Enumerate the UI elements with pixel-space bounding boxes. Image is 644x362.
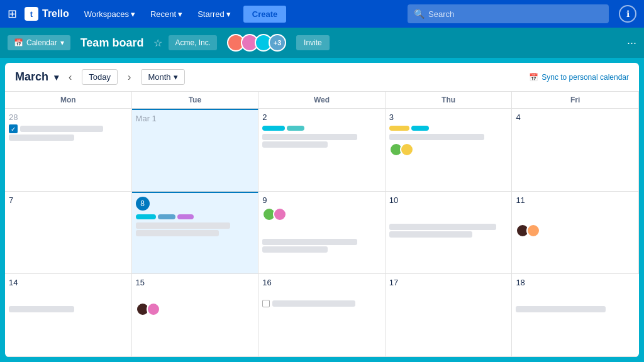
day-header-tue: Tue	[132, 92, 259, 109]
info-icon[interactable]: ℹ	[619, 5, 636, 23]
day-cell-14[interactable]: 14	[5, 274, 132, 357]
recent-menu[interactable]: Recent ▾	[145, 7, 187, 21]
card-stub	[136, 230, 219, 236]
avatar-row	[516, 224, 635, 238]
pill	[262, 126, 285, 131]
avatar-mini	[526, 224, 540, 238]
extra-members-count[interactable]: +3	[269, 34, 286, 52]
pill	[389, 126, 409, 131]
card-stub	[262, 134, 357, 140]
day-cell-16[interactable]: 16	[258, 274, 386, 357]
top-navigation: ⊞ t Trello Workspaces ▾ Recent ▾ Starred…	[0, 0, 644, 28]
day-cell-mar1[interactable]: Mar 1	[132, 109, 259, 192]
day-cell-3[interactable]: 3	[386, 109, 513, 192]
calendar-view-button[interactable]: 📅 Calendar ▾	[8, 35, 70, 50]
month-view-button[interactable]: Month ▾	[141, 69, 184, 85]
day-cell-8[interactable]: 8	[132, 192, 259, 275]
day-header-wed: Wed	[258, 92, 386, 109]
avatar-row	[136, 302, 255, 316]
day-number: 17	[389, 278, 508, 287]
next-month-button[interactable]: ›	[124, 70, 135, 84]
card-stub	[262, 246, 328, 253]
day-number: Mar 1	[136, 114, 255, 123]
card-stub	[272, 300, 355, 307]
grid-icon[interactable]: ⊞	[8, 7, 17, 21]
board-header: 📅 Calendar ▾ Team board ☆ Acme, Inc. +3 …	[0, 28, 644, 58]
day-cell-10[interactable]: 10	[386, 192, 513, 275]
pill	[136, 214, 156, 219]
today-button[interactable]: Today	[82, 69, 118, 85]
pill	[287, 126, 304, 131]
day-number: 15	[136, 278, 255, 287]
day-number: 3	[389, 112, 508, 122]
day-number-today: 8	[136, 197, 150, 211]
calendar-container: March ▾ ‹ Today › Month ▾ 📅 Sync to pers…	[5, 63, 639, 357]
day-header-thu: Thu	[386, 92, 513, 109]
trello-logo[interactable]: t Trello	[25, 7, 69, 21]
checkbox-icon: ✓	[9, 124, 18, 133]
search-bar[interactable]: 🔍	[408, 4, 609, 23]
calendar-icon: 📅	[14, 38, 23, 47]
card-item: ✓	[9, 124, 128, 133]
card-stub	[516, 306, 605, 312]
day-cell-17[interactable]: 17	[386, 274, 513, 357]
checkbox-unchecked	[262, 300, 270, 307]
day-number: 28	[9, 112, 128, 122]
card-stub	[136, 222, 231, 229]
day-number: 10	[389, 195, 508, 205]
starred-menu[interactable]: Starred ▾	[192, 7, 236, 21]
trello-logo-box: t	[25, 7, 38, 21]
calendar-grid: Mon Tue Wed Thu Fri 28 ✓ Mar 1 2 3	[5, 92, 639, 357]
pill	[158, 214, 175, 219]
card-pills	[136, 213, 255, 221]
day-number: 14	[9, 278, 128, 287]
sync-calendar-button[interactable]: 📅 Sync to personal calendar	[529, 73, 629, 82]
star-button[interactable]: ☆	[153, 37, 162, 49]
calendar-sync-icon: 📅	[529, 73, 538, 82]
month-title: March ▾	[15, 70, 58, 84]
pill	[411, 126, 429, 131]
avatar-row	[262, 207, 381, 221]
day-number: 4	[516, 112, 635, 122]
day-number: 16	[262, 278, 381, 287]
day-number: 7	[9, 195, 128, 205]
create-button[interactable]: Create	[243, 6, 286, 23]
avatar-mini	[147, 302, 160, 316]
day-header-mon: Mon	[5, 92, 132, 109]
day-cell-28[interactable]: 28 ✓	[5, 109, 132, 192]
day-cell-4[interactable]: 4	[512, 109, 639, 192]
workspaces-menu[interactable]: Workspaces ▾	[79, 7, 140, 21]
day-cell-18[interactable]: 18	[512, 274, 639, 357]
search-input[interactable]	[428, 9, 602, 19]
card-stub	[20, 126, 103, 132]
member-avatars: +3	[227, 34, 286, 52]
more-options-button[interactable]: ···	[627, 36, 636, 50]
avatar-mini	[273, 207, 287, 221]
trello-logo-text: Trello	[42, 8, 69, 19]
invite-button[interactable]: Invite	[296, 35, 330, 50]
day-cell-7[interactable]: 7	[5, 192, 132, 275]
calendar-toolbar: March ▾ ‹ Today › Month ▾ 📅 Sync to pers…	[5, 63, 639, 92]
prev-month-button[interactable]: ‹	[65, 70, 75, 84]
card-pills	[389, 124, 508, 132]
board-title: Team board	[80, 36, 144, 50]
day-cell-15[interactable]: 15	[132, 274, 259, 357]
day-cell-2[interactable]: 2	[258, 109, 386, 192]
card-stub	[262, 239, 357, 245]
day-cell-9[interactable]: 9	[258, 192, 386, 275]
card-stub	[9, 134, 74, 141]
pill	[177, 214, 194, 219]
month-navigation: March ▾	[15, 70, 58, 84]
day-number: 9	[262, 195, 381, 205]
card-stub	[389, 231, 472, 238]
day-header-fri: Fri	[512, 92, 639, 109]
avatar-mini	[400, 143, 414, 156]
day-number: 11	[516, 195, 635, 205]
workspace-button[interactable]: Acme, Inc.	[169, 35, 217, 50]
card-stub	[389, 224, 496, 230]
day-number: 18	[516, 278, 635, 287]
avatar-row	[389, 143, 508, 156]
day-cell-11[interactable]: 11	[512, 192, 639, 275]
day-number: 2	[262, 112, 381, 122]
search-icon: 🔍	[414, 9, 425, 19]
